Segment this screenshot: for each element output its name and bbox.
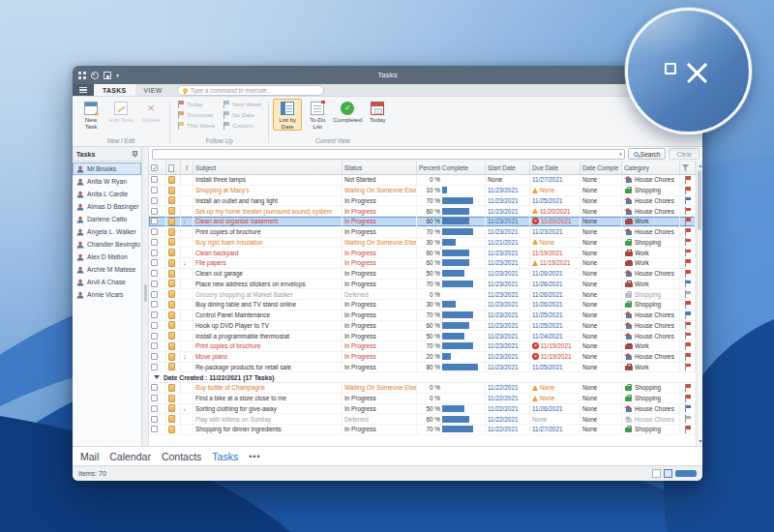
row-checkbox[interactable] [151,395,158,401]
subject-column-header[interactable]: Subject [194,162,342,174]
row-checkbox[interactable] [151,353,158,360]
todo-list-button[interactable]: To-Do List [303,99,332,131]
sidebar-item[interactable]: Darlene Catto [73,213,141,225]
flag-icon[interactable] [684,196,692,204]
row-checkbox[interactable] [151,250,158,256]
row-checkbox[interactable] [151,291,158,298]
sidebar-item[interactable]: Arvil A Chase [73,276,141,288]
flag-icon[interactable] [684,218,692,225]
view-toggle-icon[interactable] [652,469,661,478]
flag-icon[interactable] [684,353,692,361]
filter-icon[interactable] [682,164,689,171]
row-checkbox[interactable] [151,333,158,340]
sidebar-item[interactable]: Mr.Brooks [73,163,141,175]
flag-icon[interactable] [684,415,692,423]
start-date-column-header[interactable]: Start Date [486,162,530,174]
flag-icon[interactable] [684,228,692,236]
nav-more-button[interactable]: ••• [249,452,260,461]
sidebar-header[interactable]: Tasks [73,147,141,162]
tab-tasks[interactable]: TASKS [94,84,135,96]
row-checkbox[interactable] [151,322,158,329]
zoom-indicator[interactable] [675,470,697,477]
delete-task-button[interactable]: × Delete [136,99,165,124]
row-checkbox[interactable] [151,208,158,215]
flag-column-header[interactable] [680,162,696,174]
file-menu-button[interactable] [73,84,94,96]
sidebar-item[interactable]: Almas D Basinger [73,200,141,213]
edit-task-button[interactable]: Edit Task [106,99,135,124]
nav-calendar[interactable]: Calendar [109,451,151,462]
followup-tomorrow-button[interactable]: Tomorrow [174,109,218,120]
sidebar-item[interactable]: Alex D Melton [73,251,141,263]
flag-icon[interactable] [684,321,692,329]
row-checkbox[interactable] [151,218,158,224]
row-checkbox[interactable] [151,228,158,235]
nav-mail[interactable]: Mail [80,451,99,462]
task-row[interactable]: Install three lampsNot Started0 %None11/… [149,175,696,186]
followup-today-button[interactable]: Today [174,99,218,109]
task-row[interactable]: ↓Move pianoIn Progress20 %11/23/2021×11/… [149,352,696,363]
row-checkbox[interactable] [151,416,158,423]
row-checkbox[interactable] [151,259,158,266]
flag-icon[interactable] [684,270,692,278]
row-checkbox[interactable] [151,281,158,287]
task-row[interactable]: Shopping for dinner ingredientsIn Progre… [149,425,696,435]
task-row[interactable]: Install a programmable thermostatIn Prog… [149,331,696,341]
task-row[interactable]: ↓File papersIn Progress60 %11/23/202111/… [149,258,696,269]
task-row[interactable]: Place new address stickers on envelopsIn… [149,280,696,290]
grid-scrollbar[interactable] [696,162,702,446]
task-row[interactable]: Shopping at Macy'sWaiting On Someone Els… [149,186,696,196]
flag-icon[interactable] [684,363,692,370]
row-checkbox[interactable] [151,384,158,391]
select-all-checkbox[interactable] [151,164,158,171]
date-complete-column-header[interactable]: Date Comple [580,162,622,174]
task-row[interactable]: Buy dining table and TV stand onlineIn P… [149,300,696,310]
row-checkbox[interactable] [151,426,158,432]
row-checkbox[interactable] [151,301,158,308]
list-by-date-button[interactable]: List by Date [273,99,302,131]
tab-view[interactable]: VIEW [135,84,171,96]
task-row[interactable]: Install an outlet and hang lightIn Progr… [149,196,696,207]
flag-icon[interactable] [684,384,692,392]
task-row[interactable]: Find a bike at a store close to meIn Pro… [149,394,696,404]
task-row[interactable]: Play with kittens on SundayDeferred60 %1… [149,414,696,425]
task-row[interactable]: Buy bottle of ChampagneWaiting On Someon… [149,383,696,394]
followup-custom-button[interactable]: Custom [220,120,264,131]
followup-next-week-button[interactable]: Next Week [220,99,264,109]
flag-icon[interactable] [684,187,692,194]
flag-icon[interactable] [684,332,692,340]
scroll-down-icon[interactable] [699,440,702,443]
priority-column-header[interactable]: ! [181,162,194,174]
sidebar-item[interactable]: Annie Vicars [73,288,141,301]
row-checkbox[interactable] [151,364,158,370]
task-row[interactable]: Print copies of brochureIn Progress70 %1… [149,341,696,352]
flag-icon[interactable] [684,280,692,287]
app-icon[interactable] [78,72,86,79]
task-row[interactable]: ↓Clean and organize basementIn Progress6… [149,217,696,227]
task-row[interactable]: Hook up DVD Player to TVIn Progress60 %1… [149,321,696,332]
row-checkbox[interactable] [151,311,158,318]
followup-this-week-button[interactable]: This Week [174,120,218,131]
followup-no-date-button[interactable]: No Date [220,109,264,120]
row-checkbox[interactable] [151,239,158,246]
search-input[interactable] [153,151,619,158]
sidebar-item[interactable]: Archie M Matese [73,263,141,276]
scrollbar-thumb[interactable] [698,170,701,230]
flag-icon[interactable] [684,395,692,402]
task-row[interactable]: Set-up my home theater (surround sound) … [149,206,696,217]
sidebar-item[interactable]: Angela L. Walker [73,225,141,238]
sidebar-item[interactable]: Chandler Bevington [73,238,141,251]
group-row[interactable]: Date Created : 11/22/2021 (17 Tasks) [149,372,696,383]
row-checkbox[interactable] [151,176,158,183]
titlebar[interactable]: ▾ Tasks ─ × [73,66,702,84]
flag-icon[interactable] [684,404,692,412]
splitter[interactable] [142,147,149,446]
completed-view-button[interactable]: ✓ Completed [333,99,362,124]
sidebar-item[interactable]: Anita L Cardle [73,188,141,200]
due-date-column-header[interactable]: Due Date [530,162,580,174]
new-task-button[interactable]: New Task [76,99,105,131]
row-checkbox[interactable] [151,270,158,277]
task-row[interactable]: Re-package products for retail saleIn Pr… [149,363,696,373]
search-caret-icon[interactable]: ▾ [619,151,624,157]
row-checkbox[interactable] [151,405,158,412]
